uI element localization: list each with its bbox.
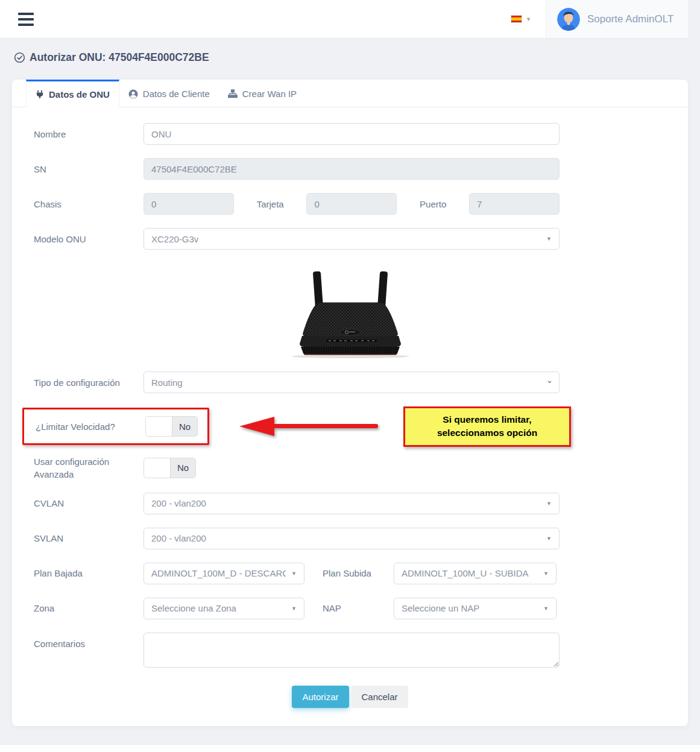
- chevron-down-icon: ⌄: [546, 376, 553, 385]
- selected-value: ADMINOLT_100M_D - DESCARGA: [151, 568, 286, 578]
- plan-subida-select[interactable]: ADMINOLT_100M_U - SUBIDA ▼: [394, 563, 557, 584]
- limitar-velocidad-toggle[interactable]: No: [145, 416, 198, 437]
- zona-select[interactable]: Seleccione una Zona ▼: [143, 598, 304, 619]
- check-circle-icon: [14, 52, 25, 63]
- form-row-planes: Plan Bajada ADMINOLT_100M_D - DESCARGA ▼…: [34, 563, 666, 584]
- toggle-state: No: [171, 458, 195, 478]
- tarjeta-label: Tarjeta: [257, 199, 284, 209]
- chevron-down-icon: ▼: [546, 501, 552, 507]
- chasis-input: [143, 193, 234, 215]
- sn-input: [143, 158, 560, 180]
- usar-avanzada-label: Usar configuración Avanzada: [34, 455, 143, 481]
- user-circle-icon: [128, 89, 138, 99]
- chevron-down-icon: ▼: [291, 570, 297, 577]
- comentarios-label: Comentarios: [34, 633, 143, 650]
- sn-label: SN: [34, 163, 143, 175]
- selected-value: Routing: [151, 378, 183, 388]
- footer-divider: [0, 744, 700, 752]
- form-row-nombre: Nombre: [34, 123, 666, 145]
- chevron-down-icon: ▼: [291, 605, 297, 611]
- selected-value: 200 - vlan200: [151, 533, 206, 543]
- puerto-input: [469, 193, 560, 215]
- menu-hamburger-icon[interactable]: [18, 13, 34, 26]
- plan-bajada-select[interactable]: ADMINOLT_100M_D - DESCARGA ▼: [143, 563, 304, 584]
- toggle-knob: [144, 458, 171, 478]
- chevron-down-icon: ▼: [546, 536, 552, 542]
- tab-bar: Datos de ONU Datos de Cliente: [12, 80, 688, 107]
- chevron-down-icon: ▼: [543, 605, 549, 611]
- autorizar-button[interactable]: Autorizar: [292, 686, 348, 708]
- nombre-input[interactable]: [143, 123, 560, 145]
- annotation-line-1: Si queremos limitar,: [408, 413, 567, 426]
- toggle-knob: [146, 417, 172, 436]
- plan-bajada-label: Plan Bajada: [34, 567, 143, 580]
- tab-datos-de-onu[interactable]: Datos de ONU: [26, 80, 119, 107]
- form-row-svlan: SVLAN 200 - vlan200 ▼: [34, 528, 666, 549]
- red-arrow-icon: [238, 415, 379, 438]
- selected-value: XC220-G3v: [151, 234, 198, 244]
- chasis-label: Chasis: [34, 198, 143, 210]
- zona-label: Zona: [34, 602, 143, 615]
- cancelar-button[interactable]: Cancelar: [352, 686, 408, 708]
- usar-avanzada-toggle[interactable]: No: [143, 458, 196, 478]
- nombre-label: Nombre: [34, 128, 143, 141]
- tab-label: Datos de ONU: [49, 89, 110, 100]
- onu-model-image: [34, 263, 666, 358]
- limitar-velocidad-label: ¿Limitar Velocidad?: [36, 420, 145, 433]
- onu-form: Nombre SN Chasis Tarjeta Puerto: [12, 107, 688, 726]
- tab-datos-de-cliente[interactable]: Datos de Cliente: [119, 80, 219, 107]
- nap-label: NAP: [323, 603, 394, 613]
- plan-subida-label: Plan Subida: [323, 568, 394, 578]
- form-row-sn: SN: [34, 158, 666, 180]
- form-row-chasis: Chasis Tarjeta Puerto: [34, 193, 666, 215]
- selected-value: ADMINOLT_100M_U - SUBIDA: [402, 568, 529, 578]
- plug-icon: [36, 90, 44, 99]
- toggle-state: No: [172, 417, 197, 436]
- tipo-configuracion-label: Tipo de configuración: [34, 376, 143, 389]
- selected-value: 200 - vlan200: [151, 498, 206, 508]
- form-row-usar-avanzada: Usar configuración Avanzada No: [34, 455, 666, 481]
- comentarios-textarea[interactable]: [143, 633, 560, 668]
- chevron-down-icon: ▼: [543, 570, 549, 577]
- tab-crear-wan-ip[interactable]: Crear Wan IP: [219, 80, 306, 107]
- svlan-select[interactable]: 200 - vlan200 ▼: [143, 528, 560, 549]
- svlan-label: SVLAN: [34, 532, 143, 545]
- highlight-red-box: ¿Limitar Velocidad? No: [22, 408, 209, 445]
- form-row-zona-nap: Zona Seleccione una Zona ▼ NAP Seleccion…: [34, 598, 666, 619]
- sitemap-icon: [228, 89, 238, 98]
- chevron-down-icon: ▼: [526, 16, 531, 22]
- form-actions: Autorizar Cancelar: [34, 686, 666, 708]
- form-row-cvlan: CVLAN 200 - vlan200 ▼: [34, 493, 666, 514]
- form-row-tipo-configuracion: Tipo de configuración Routing ⌄: [34, 371, 666, 393]
- puerto-label: Puerto: [420, 199, 446, 209]
- page-header: Autorizar ONU: 47504F4E000C72BE: [0, 38, 700, 64]
- page-title: Autorizar ONU: 47504F4E000C72BE: [30, 51, 209, 64]
- tipo-configuracion-select[interactable]: Routing ⌄: [143, 371, 560, 393]
- tab-label: Datos de Cliente: [143, 89, 210, 99]
- annotation-note: Si queremos limitar, seleccionamos opció…: [403, 406, 571, 447]
- tab-label: Crear Wan IP: [242, 89, 297, 99]
- cvlan-select[interactable]: 200 - vlan200 ▼: [143, 493, 560, 514]
- modelo-onu-label: Modelo ONU: [34, 233, 143, 245]
- language-selector[interactable]: ▼: [496, 15, 546, 23]
- annotation-line-2: seleccionamos opción: [408, 426, 567, 440]
- avatar: [557, 8, 580, 31]
- modelo-onu-select[interactable]: XC220-G3v ▼: [143, 228, 560, 250]
- spain-flag-icon: [511, 15, 522, 23]
- user-menu[interactable]: Soporte AdminOLT: [546, 0, 688, 38]
- form-row-limitar-velocidad: ¿Limitar Velocidad? No Si queremos limit…: [22, 406, 666, 447]
- selected-value: Seleccione un NAP: [402, 603, 479, 613]
- top-navbar: ▼ Soporte AdminOLT: [0, 0, 688, 38]
- form-row-comentarios: Comentarios: [34, 633, 666, 670]
- selected-value: Seleccione una Zona: [151, 603, 236, 613]
- cvlan-label: CVLAN: [34, 497, 143, 510]
- nap-select[interactable]: Seleccione un NAP ▼: [394, 598, 557, 619]
- chevron-down-icon: ▼: [546, 236, 552, 242]
- user-name: Soporte AdminOLT: [587, 13, 673, 25]
- tarjeta-input: [306, 193, 397, 215]
- authorize-onu-card: Datos de ONU Datos de Cliente: [12, 80, 688, 726]
- form-row-modelo: Modelo ONU XC220-G3v ▼: [34, 228, 666, 250]
